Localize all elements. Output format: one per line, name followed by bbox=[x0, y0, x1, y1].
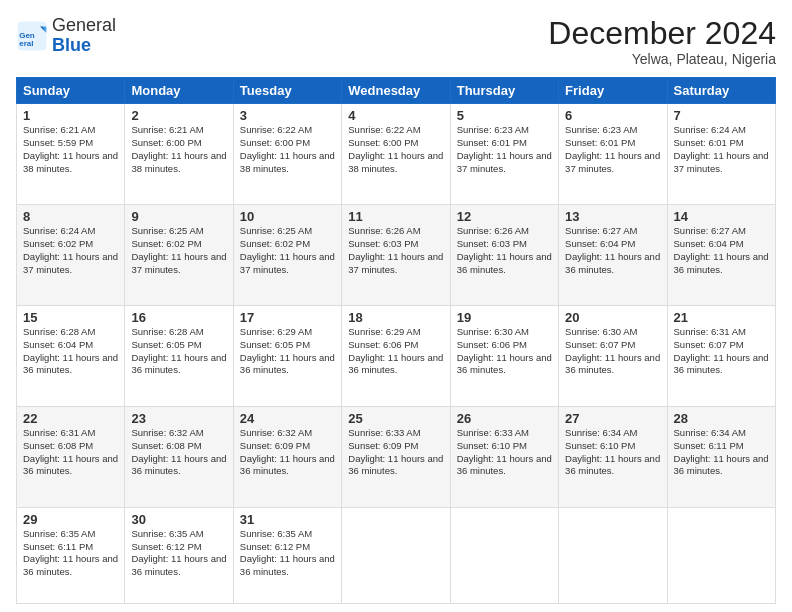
table-row bbox=[667, 507, 775, 603]
table-row: 14 Sunrise: 6:27 AMSunset: 6:04 PMDaylig… bbox=[667, 205, 775, 306]
day-info: Sunrise: 6:35 AMSunset: 6:11 PMDaylight:… bbox=[23, 528, 118, 577]
day-info: Sunrise: 6:26 AMSunset: 6:03 PMDaylight:… bbox=[348, 225, 443, 274]
day-info: Sunrise: 6:23 AMSunset: 6:01 PMDaylight:… bbox=[457, 124, 552, 173]
day-info: Sunrise: 6:26 AMSunset: 6:03 PMDaylight:… bbox=[457, 225, 552, 274]
table-row: 9 Sunrise: 6:25 AMSunset: 6:02 PMDayligh… bbox=[125, 205, 233, 306]
table-row: 6 Sunrise: 6:23 AMSunset: 6:01 PMDayligh… bbox=[559, 104, 667, 205]
logo-blue: Blue bbox=[52, 36, 116, 56]
table-row: 29 Sunrise: 6:35 AMSunset: 6:11 PMDaylig… bbox=[17, 507, 125, 603]
day-number: 21 bbox=[674, 310, 769, 325]
day-number: 20 bbox=[565, 310, 660, 325]
day-info: Sunrise: 6:22 AMSunset: 6:00 PMDaylight:… bbox=[348, 124, 443, 173]
day-number: 5 bbox=[457, 108, 552, 123]
day-number: 9 bbox=[131, 209, 226, 224]
table-row: 22 Sunrise: 6:31 AMSunset: 6:08 PMDaylig… bbox=[17, 406, 125, 507]
day-info: Sunrise: 6:21 AMSunset: 6:00 PMDaylight:… bbox=[131, 124, 226, 173]
day-number: 10 bbox=[240, 209, 335, 224]
day-info: Sunrise: 6:27 AMSunset: 6:04 PMDaylight:… bbox=[565, 225, 660, 274]
day-number: 13 bbox=[565, 209, 660, 224]
table-row: 10 Sunrise: 6:25 AMSunset: 6:02 PMDaylig… bbox=[233, 205, 341, 306]
table-row: 3 Sunrise: 6:22 AMSunset: 6:00 PMDayligh… bbox=[233, 104, 341, 205]
day-info: Sunrise: 6:35 AMSunset: 6:12 PMDaylight:… bbox=[240, 528, 335, 577]
day-info: Sunrise: 6:33 AMSunset: 6:09 PMDaylight:… bbox=[348, 427, 443, 476]
table-row: 19 Sunrise: 6:30 AMSunset: 6:06 PMDaylig… bbox=[450, 306, 558, 407]
col-sunday: Sunday bbox=[17, 78, 125, 104]
day-number: 7 bbox=[674, 108, 769, 123]
day-number: 16 bbox=[131, 310, 226, 325]
day-info: Sunrise: 6:32 AMSunset: 6:08 PMDaylight:… bbox=[131, 427, 226, 476]
day-number: 29 bbox=[23, 512, 118, 527]
day-info: Sunrise: 6:34 AMSunset: 6:10 PMDaylight:… bbox=[565, 427, 660, 476]
table-row: 31 Sunrise: 6:35 AMSunset: 6:12 PMDaylig… bbox=[233, 507, 341, 603]
col-tuesday: Tuesday bbox=[233, 78, 341, 104]
day-info: Sunrise: 6:28 AMSunset: 6:05 PMDaylight:… bbox=[131, 326, 226, 375]
day-number: 28 bbox=[674, 411, 769, 426]
day-number: 22 bbox=[23, 411, 118, 426]
calendar-header-row: Sunday Monday Tuesday Wednesday Thursday… bbox=[17, 78, 776, 104]
day-number: 23 bbox=[131, 411, 226, 426]
svg-text:eral: eral bbox=[19, 38, 33, 47]
table-row: 21 Sunrise: 6:31 AMSunset: 6:07 PMDaylig… bbox=[667, 306, 775, 407]
table-row bbox=[559, 507, 667, 603]
logo: Gen eral General Blue bbox=[16, 16, 116, 56]
table-row: 7 Sunrise: 6:24 AMSunset: 6:01 PMDayligh… bbox=[667, 104, 775, 205]
table-row: 8 Sunrise: 6:24 AMSunset: 6:02 PMDayligh… bbox=[17, 205, 125, 306]
table-row: 1 Sunrise: 6:21 AMSunset: 5:59 PMDayligh… bbox=[17, 104, 125, 205]
col-thursday: Thursday bbox=[450, 78, 558, 104]
day-number: 19 bbox=[457, 310, 552, 325]
table-row: 5 Sunrise: 6:23 AMSunset: 6:01 PMDayligh… bbox=[450, 104, 558, 205]
col-monday: Monday bbox=[125, 78, 233, 104]
day-info: Sunrise: 6:22 AMSunset: 6:00 PMDaylight:… bbox=[240, 124, 335, 173]
table-row bbox=[342, 507, 450, 603]
logo-icon: Gen eral bbox=[16, 20, 48, 52]
table-row: 11 Sunrise: 6:26 AMSunset: 6:03 PMDaylig… bbox=[342, 205, 450, 306]
table-row: 16 Sunrise: 6:28 AMSunset: 6:05 PMDaylig… bbox=[125, 306, 233, 407]
day-number: 25 bbox=[348, 411, 443, 426]
day-number: 17 bbox=[240, 310, 335, 325]
table-row: 4 Sunrise: 6:22 AMSunset: 6:00 PMDayligh… bbox=[342, 104, 450, 205]
table-row: 28 Sunrise: 6:34 AMSunset: 6:11 PMDaylig… bbox=[667, 406, 775, 507]
table-row: 17 Sunrise: 6:29 AMSunset: 6:05 PMDaylig… bbox=[233, 306, 341, 407]
day-number: 24 bbox=[240, 411, 335, 426]
day-info: Sunrise: 6:29 AMSunset: 6:06 PMDaylight:… bbox=[348, 326, 443, 375]
table-row: 26 Sunrise: 6:33 AMSunset: 6:10 PMDaylig… bbox=[450, 406, 558, 507]
day-info: Sunrise: 6:24 AMSunset: 6:02 PMDaylight:… bbox=[23, 225, 118, 274]
title-block: December 2024 Yelwa, Plateau, Nigeria bbox=[548, 16, 776, 67]
table-row: 2 Sunrise: 6:21 AMSunset: 6:00 PMDayligh… bbox=[125, 104, 233, 205]
day-info: Sunrise: 6:30 AMSunset: 6:07 PMDaylight:… bbox=[565, 326, 660, 375]
table-row bbox=[450, 507, 558, 603]
location: Yelwa, Plateau, Nigeria bbox=[548, 51, 776, 67]
table-row: 27 Sunrise: 6:34 AMSunset: 6:10 PMDaylig… bbox=[559, 406, 667, 507]
day-number: 30 bbox=[131, 512, 226, 527]
day-info: Sunrise: 6:23 AMSunset: 6:01 PMDaylight:… bbox=[565, 124, 660, 173]
day-info: Sunrise: 6:27 AMSunset: 6:04 PMDaylight:… bbox=[674, 225, 769, 274]
table-row: 18 Sunrise: 6:29 AMSunset: 6:06 PMDaylig… bbox=[342, 306, 450, 407]
table-row: 23 Sunrise: 6:32 AMSunset: 6:08 PMDaylig… bbox=[125, 406, 233, 507]
day-number: 2 bbox=[131, 108, 226, 123]
day-number: 15 bbox=[23, 310, 118, 325]
table-row: 25 Sunrise: 6:33 AMSunset: 6:09 PMDaylig… bbox=[342, 406, 450, 507]
page-header: Gen eral General Blue December 2024 Yelw… bbox=[16, 16, 776, 67]
page-container: Gen eral General Blue December 2024 Yelw… bbox=[0, 0, 792, 612]
day-number: 14 bbox=[674, 209, 769, 224]
month-title: December 2024 bbox=[548, 16, 776, 51]
day-number: 27 bbox=[565, 411, 660, 426]
table-row: 15 Sunrise: 6:28 AMSunset: 6:04 PMDaylig… bbox=[17, 306, 125, 407]
day-number: 6 bbox=[565, 108, 660, 123]
table-row: 30 Sunrise: 6:35 AMSunset: 6:12 PMDaylig… bbox=[125, 507, 233, 603]
day-info: Sunrise: 6:25 AMSunset: 6:02 PMDaylight:… bbox=[240, 225, 335, 274]
logo-text: General Blue bbox=[52, 16, 116, 56]
table-row: 20 Sunrise: 6:30 AMSunset: 6:07 PMDaylig… bbox=[559, 306, 667, 407]
col-friday: Friday bbox=[559, 78, 667, 104]
col-saturday: Saturday bbox=[667, 78, 775, 104]
day-info: Sunrise: 6:31 AMSunset: 6:07 PMDaylight:… bbox=[674, 326, 769, 375]
day-info: Sunrise: 6:28 AMSunset: 6:04 PMDaylight:… bbox=[23, 326, 118, 375]
calendar-table: Sunday Monday Tuesday Wednesday Thursday… bbox=[16, 77, 776, 604]
table-row: 12 Sunrise: 6:26 AMSunset: 6:03 PMDaylig… bbox=[450, 205, 558, 306]
day-info: Sunrise: 6:35 AMSunset: 6:12 PMDaylight:… bbox=[131, 528, 226, 577]
logo-general: General bbox=[52, 16, 116, 36]
day-number: 18 bbox=[348, 310, 443, 325]
day-number: 8 bbox=[23, 209, 118, 224]
day-number: 12 bbox=[457, 209, 552, 224]
col-wednesday: Wednesday bbox=[342, 78, 450, 104]
